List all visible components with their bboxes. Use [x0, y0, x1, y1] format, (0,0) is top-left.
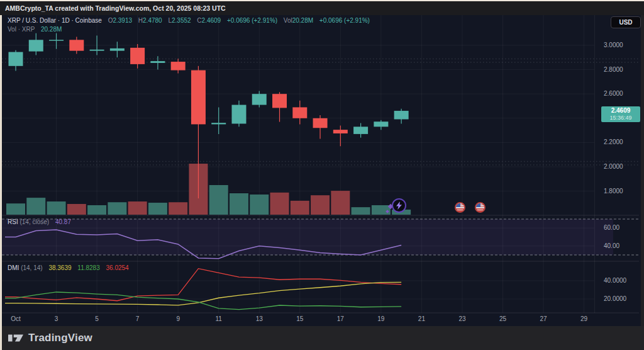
price-tick-label: 2.8000 [604, 66, 640, 73]
price-tick-label: 2.6000 [604, 90, 640, 97]
change-value: +0.0696 (+2.91%) [227, 17, 277, 24]
left-edge-strip [0, 15, 2, 350]
volume-bar [331, 191, 350, 215]
vol-value: 20.28M [292, 17, 313, 24]
tradingview-chart-screenshot: AMBCrypto_TA created with TradingView.co… [0, 0, 644, 350]
rsi-band [2, 219, 613, 255]
price-tick-label: 2.0000 [604, 163, 640, 170]
time-tick-label: 21 [410, 315, 433, 322]
close-label: C [197, 17, 201, 24]
dmi-name: DMI [8, 264, 19, 271]
close-value: 2.4609 [202, 17, 221, 24]
time-tick-label: 19 [370, 315, 392, 322]
bar-countdown: 15:36:49 [601, 115, 640, 121]
volume-legend-value: 20.28M [41, 26, 62, 33]
symbol-title: XRP / U.S. Dollar · 1D · Coinbase [8, 17, 102, 24]
candle-body [90, 50, 104, 51]
high-value: 2.4780 [143, 17, 162, 24]
tradingview-logo-icon[interactable] [8, 332, 23, 344]
rsi-tick-label: 60.00 [604, 224, 640, 231]
dmi-minusdi-value: 36.0254 [106, 264, 129, 271]
rsi-params: (14, close) [19, 218, 49, 225]
lightning-bolt-glyph [396, 201, 402, 210]
volume-bar [311, 195, 330, 215]
us-flag-icon[interactable] [475, 202, 486, 213]
low-value: 2.3552 [172, 17, 191, 24]
volume-bar [47, 201, 66, 215]
time-tick-label: 13 [248, 315, 270, 322]
dmi-line-adx [5, 282, 401, 305]
volume-bar [230, 193, 248, 215]
last-price-badge: 2.4609 15:36:49 [601, 106, 640, 122]
candle-body [211, 123, 226, 124]
high-label: H [138, 17, 143, 24]
volume-bar [352, 207, 370, 215]
candle-body [374, 121, 388, 127]
time-tick-label: 23 [451, 315, 474, 322]
price-tick-label: 1.8000 [604, 188, 640, 195]
volume-bar [148, 203, 167, 215]
candle-body [313, 118, 328, 128]
time-tick-label: 17 [329, 315, 352, 322]
attribution-text: AMBCrypto_TA created with TradingView.co… [5, 4, 226, 12]
time-tick-label: 29 [573, 315, 596, 322]
rsi-tick-label: 40.00 [604, 242, 640, 249]
price-tick-label: 3.0000 [604, 42, 640, 48]
time-tick-label: 3 [45, 315, 68, 322]
time-tick-label: 15 [289, 315, 311, 322]
candle-body [231, 105, 246, 124]
attribution-bar: AMBCrypto_TA created with TradingView.co… [0, 0, 644, 15]
candle-body [333, 130, 348, 133]
candle-body [272, 94, 287, 108]
candle-body [252, 94, 267, 104]
candle-body [171, 62, 186, 71]
candle-body [150, 61, 165, 63]
volume-bar [209, 185, 228, 215]
volume-bar [270, 193, 289, 215]
chart-canvas[interactable] [0, 0, 644, 350]
rsi-name: RSI [8, 218, 18, 225]
candle-body [353, 127, 368, 134]
volume-bar [169, 202, 187, 215]
tradingview-wordmark[interactable]: TradingView [28, 332, 92, 344]
last-price-value: 2.4609 [601, 107, 640, 115]
candle-body [292, 107, 307, 118]
time-tick-label: 7 [126, 315, 149, 322]
volume-bar [6, 203, 25, 215]
volume-bar [108, 202, 126, 215]
candle-body [49, 40, 64, 41]
time-tick-label: 25 [491, 315, 514, 322]
time-tick-label: 9 [167, 315, 189, 322]
rsi-value: 40.87 [55, 218, 71, 225]
currency-toggle-button[interactable]: USD [611, 16, 641, 28]
us-flag-icon[interactable] [455, 202, 465, 213]
candle-body [394, 111, 409, 119]
candle-body [69, 40, 84, 50]
price-tick-label: 2.2000 [604, 138, 640, 145]
footer-bar: TradingView [0, 326, 644, 350]
change-value-2: +0.0696 (+2.91%) [319, 17, 370, 24]
candle-body [110, 48, 125, 51]
dmi-tick-label: 20.0000 [604, 295, 640, 302]
lightning-event-icon[interactable] [392, 198, 406, 213]
dmi-params: (14, 14) [21, 264, 42, 271]
volume-bar [128, 201, 147, 215]
candle-body [191, 71, 206, 125]
rsi-legend: RSI (14, close) 40.87 [8, 218, 71, 225]
symbol-legend: XRP / U.S. Dollar · 1D · Coinbase O2.391… [8, 17, 370, 24]
dmi-adx-value: 38.3639 [48, 264, 71, 271]
volume-bar [87, 205, 106, 215]
volume-bar [291, 201, 309, 215]
right-edge-strip [641, 0, 644, 326]
candle-body [9, 52, 23, 66]
volume-bar [250, 195, 269, 215]
volume-bar [26, 198, 45, 215]
open-value: 2.3913 [113, 17, 132, 24]
volume-legend: Vol · XRP 20.28M [8, 26, 62, 33]
candle-body [29, 40, 43, 51]
dmi-tick-label: 40.0000 [604, 277, 640, 284]
time-tick-label: 27 [532, 315, 555, 322]
candle-body [130, 48, 145, 64]
time-tick-label: 11 [208, 315, 230, 322]
time-tick-label: 5 [86, 315, 108, 322]
